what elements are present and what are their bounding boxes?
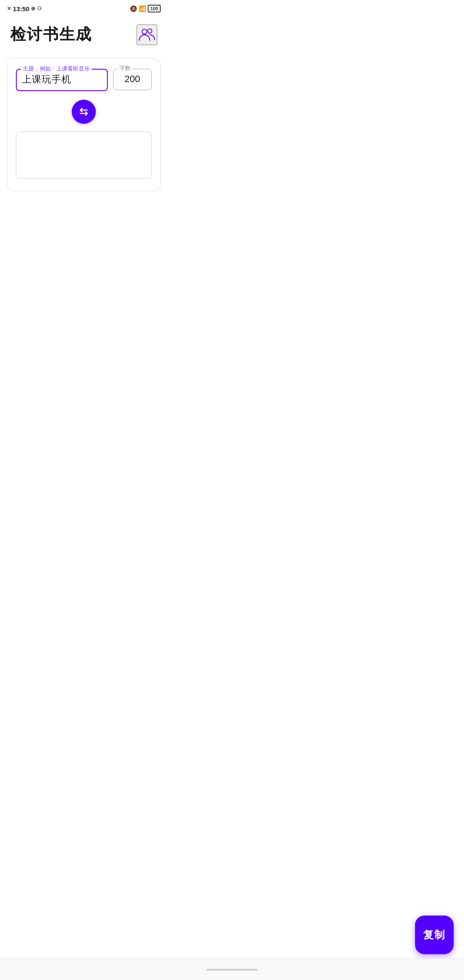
input-row: 主题，例如：上课看听音乐 字数 <box>16 69 152 91</box>
generate-button[interactable] <box>72 100 96 124</box>
notification-icon: ✕ <box>7 6 11 12</box>
word-count-input[interactable] <box>119 74 146 85</box>
word-count-wrapper: 字数 <box>113 69 152 90</box>
output-textarea[interactable] <box>21 137 146 172</box>
svg-point-1 <box>148 29 152 33</box>
page-title: 检讨书生成 <box>10 24 92 45</box>
status-right: 🔕 📶 100 <box>130 5 161 12</box>
header: 检讨书生成 <box>0 15 168 49</box>
svg-point-0 <box>142 29 147 34</box>
word-count-label: 字数 <box>118 64 132 72</box>
system-icon: ⊕ <box>31 6 35 12</box>
status-left: ✕ 13:50 ⊕ ⚇ <box>7 5 42 12</box>
usb-icon: ⚇ <box>37 6 42 12</box>
topic-label: 主题，例如：上课看听音乐 <box>21 65 92 73</box>
wifi-icon: 📶 <box>139 5 146 12</box>
status-time: 13:50 <box>13 5 29 12</box>
user-icon <box>138 27 156 43</box>
main-card: 主题，例如：上课看听音乐 字数 <box>7 58 161 191</box>
topic-input[interactable] <box>22 74 102 85</box>
status-bar: ✕ 13:50 ⊕ ⚇ 🔕 📶 100 <box>0 0 168 15</box>
output-area <box>16 132 152 179</box>
exchange-icon <box>78 106 90 118</box>
bell-icon: 🔕 <box>130 5 137 12</box>
battery-indicator: 100 <box>148 5 161 12</box>
generate-btn-wrapper <box>16 100 152 124</box>
topic-field-wrapper: 主题，例如：上课看听音乐 <box>16 69 108 91</box>
user-profile-button[interactable] <box>137 24 157 45</box>
